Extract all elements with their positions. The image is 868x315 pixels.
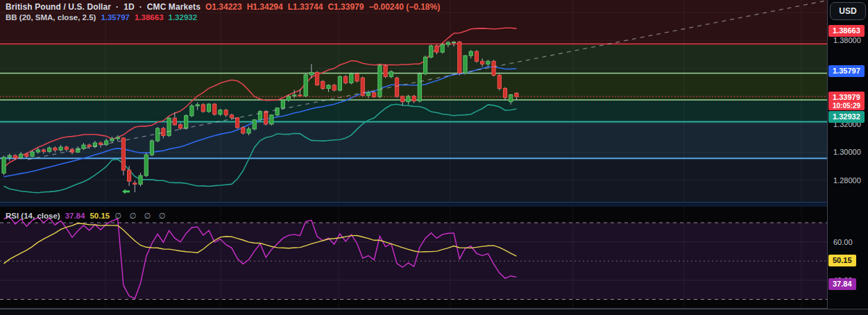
bb-lower-value: 1.32932 bbox=[169, 13, 198, 22]
trading-chart-app: British Pound / U.S. Dollar · 1D · CMC M… bbox=[0, 0, 868, 315]
symbol-legend: British Pound / U.S. Dollar · 1D · CMC M… bbox=[6, 2, 440, 12]
bb-legend: BB (20, SMA, close, 2.5) 1.35797 1.38663… bbox=[6, 13, 197, 22]
separator-dot: · bbox=[116, 2, 119, 12]
rsi-empty-values: ∅ ∅ ∅ ∅ bbox=[114, 211, 169, 221]
price-axis-label: 1.38000 bbox=[833, 35, 861, 45]
bb-upper-price-badge: 1.38663 bbox=[828, 25, 865, 37]
currency-toggle-button[interactable]: USD bbox=[830, 2, 866, 20]
bb-basis-price-badge: 1.35797 bbox=[828, 65, 865, 77]
symbol-title[interactable]: British Pound / U.S. Dollar bbox=[6, 2, 111, 12]
bb-indicator-title[interactable]: BB (20, SMA, close, 2.5) bbox=[6, 13, 96, 22]
ohlc-low: L1.33744 bbox=[288, 2, 323, 12]
rsi-ma-badge: 50.15 bbox=[828, 255, 856, 266]
chart-canvas[interactable] bbox=[0, 0, 868, 315]
price-axis-label: 1.28000 bbox=[833, 176, 861, 185]
rsi-legend: RSI (14, close) 37.84 50.15 ∅ ∅ ∅ ∅ bbox=[6, 211, 169, 221]
rsi-indicator-title[interactable]: RSI (14, close) bbox=[6, 212, 60, 220]
change-label: −0.00240 (−0.18%) bbox=[368, 2, 440, 12]
rsi-value: 37.84 bbox=[65, 212, 85, 220]
ohlc-close: C1.33979 bbox=[327, 2, 364, 12]
ohlc-open: O1.34223 bbox=[205, 2, 242, 12]
price-axis[interactable]: 1.38000 1.32000 1.30000 1.28000 60.00 40… bbox=[827, 0, 868, 309]
last-price-badge: 1.33979 10:05:29 bbox=[828, 92, 865, 110]
interval-label[interactable]: 1D bbox=[124, 2, 135, 12]
separator-dot: · bbox=[139, 2, 142, 12]
bb-basis-value: 1.35797 bbox=[101, 13, 130, 22]
rsi-axis-label: 60.00 bbox=[833, 237, 853, 247]
bb-lower-price-badge: 1.32932 bbox=[828, 111, 865, 123]
last-price-value: 1.33979 bbox=[833, 93, 860, 101]
price-axis-label: 1.30000 bbox=[833, 147, 861, 157]
rsi-value-badge: 37.84 bbox=[828, 278, 856, 290]
rsi-ma-value: 50.15 bbox=[90, 212, 110, 220]
ohlc-high: H1.34294 bbox=[247, 2, 283, 12]
bb-upper-value: 1.38663 bbox=[135, 13, 164, 22]
feed-label[interactable]: CMC Markets bbox=[147, 2, 201, 12]
time-axis-strip[interactable] bbox=[0, 309, 868, 315]
bar-countdown-timer: 10:05:29 bbox=[833, 102, 860, 110]
